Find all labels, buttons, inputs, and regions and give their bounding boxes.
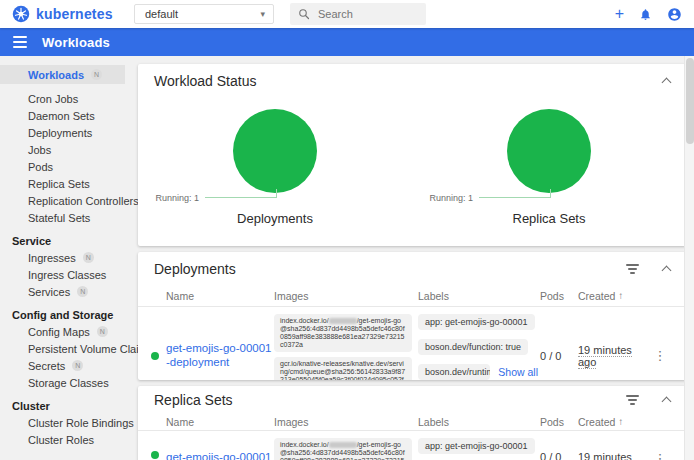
chart-caption: Deployments — [237, 211, 313, 226]
sidebar-item-workloads[interactable]: Workloads N — [0, 65, 125, 84]
column-header-label: Created — [578, 290, 615, 302]
namespaced-badge: N — [77, 286, 88, 297]
images-cell: index.docker.io//get-emojis-go@sha256:4d… — [274, 311, 416, 380]
sidebar-item-jobs[interactable]: Jobs — [0, 141, 125, 158]
replica-sets-table-header: Name Images Labels Pods Created ↑ — [138, 413, 686, 431]
sidebar-item-label: Cluster Role Bindings — [28, 417, 134, 429]
replica-set-name-link[interactable]: get-emojis-go-00001-deployment- — [166, 451, 272, 460]
status-running-icon — [151, 352, 159, 360]
content-area: Workloads N Cron Jobs Daemon Sets Deploy… — [0, 56, 694, 460]
sidebar-item-label: Replica Sets — [28, 178, 90, 190]
images-cell: index.docker.io//get-emojis-go@sha256:4d… — [274, 435, 416, 460]
sidebar-item-stateful-sets[interactable]: Stateful Sets — [0, 209, 125, 226]
sidebar-item-config-maps[interactable]: Config Maps N — [0, 323, 125, 340]
vertical-scrollbar[interactable] — [684, 56, 694, 460]
sidebar-item-cluster-roles[interactable]: Cluster Roles — [0, 431, 125, 448]
image-chip: index.docker.io//get-emojis-go@sha256:4d… — [274, 438, 412, 460]
sidebar-item-cron-jobs[interactable]: Cron Jobs — [0, 90, 125, 107]
deployment-name-link[interactable]: get-emojis-go-00001-deployment — [166, 342, 272, 370]
pie-running-slice — [507, 109, 591, 193]
table-row: get-emojis-go-00001-deployment index.doc… — [138, 307, 686, 380]
card-title: Replica Sets — [154, 392, 233, 408]
replica-sets-header: Replica Sets — [138, 386, 686, 413]
namespaced-badge: N — [72, 360, 83, 371]
pods-count: 0 / 0 — [540, 350, 576, 362]
deployments-pie-chart: Running: 1 Deployments — [138, 97, 412, 226]
sidebar-item-label: Daemon Sets — [28, 110, 95, 122]
column-header-created[interactable]: Created ↑ — [578, 416, 650, 428]
collapse-card-icon[interactable] — [662, 266, 672, 276]
label-chip: app: get-emojis-go-00001 — [418, 314, 535, 330]
pie-leader-line — [205, 189, 277, 198]
column-header-created[interactable]: Created ↑ — [578, 290, 650, 302]
sidebar-item-label: Stateful Sets — [28, 212, 90, 224]
redacted-text — [329, 442, 357, 448]
column-header-images[interactable]: Images — [274, 290, 416, 302]
image-chip: gcr.io/knative-releases/knative.dev/serv… — [274, 357, 412, 380]
column-header-name[interactable]: Name — [166, 290, 272, 302]
chart-caption: Replica Sets — [513, 211, 586, 226]
column-header-images[interactable]: Images — [274, 416, 416, 428]
scrollbar-thumb[interactable] — [686, 58, 694, 144]
sidebar-item-label: Config Maps — [28, 326, 90, 338]
deployments-header: Deployments — [138, 252, 686, 285]
notifications-bell-icon[interactable] — [639, 8, 652, 21]
workload-status-charts: Running: 1 Deployments Running: 1 Replic… — [138, 97, 686, 226]
column-header-name[interactable]: Name — [166, 416, 272, 428]
sidebar-item-ingress-classes[interactable]: Ingress Classes — [0, 266, 125, 283]
redacted-text — [329, 318, 357, 324]
column-header-labels[interactable]: Labels — [418, 290, 538, 302]
column-header-pods[interactable]: Pods — [540, 290, 576, 302]
filter-icon[interactable] — [626, 264, 639, 274]
sidebar-item-deployments[interactable]: Deployments — [0, 124, 125, 141]
namespace-selector[interactable]: default ▾ — [134, 4, 274, 24]
sidebar-item-label: Services — [28, 286, 70, 298]
workload-status-header: Workload Status — [138, 64, 686, 97]
filter-icon[interactable] — [626, 395, 639, 405]
page-title: Workloads — [42, 35, 110, 50]
replica-sets-card: Replica Sets Name Images Labels Pods Cre… — [138, 386, 686, 460]
created-time: 19 minutes ago — [578, 344, 650, 368]
sidebar-item-pods[interactable]: Pods — [0, 158, 125, 175]
pie-annotation: Running: 1 — [155, 193, 199, 203]
namespace-value: default — [145, 8, 178, 20]
sidebar-section-cluster: Cluster — [0, 397, 125, 414]
main-panel: Workload Status Running: 1 Deployments — [125, 56, 694, 460]
sidebar-item-label: Replication Controllers — [28, 195, 139, 207]
column-header-label: Created — [578, 416, 615, 428]
search-input[interactable] — [318, 8, 408, 20]
create-resource-button[interactable]: + — [615, 6, 624, 22]
sidebar-item-ingresses[interactable]: Ingresses N — [0, 249, 125, 266]
sidebar-item-label: Secrets — [28, 360, 65, 372]
card-title: Deployments — [154, 261, 236, 277]
logo-text: kubernetes — [36, 6, 113, 22]
sidebar-item-replication-controllers[interactable]: Replication Controllers — [0, 192, 125, 209]
sidebar-item-label: Ingress Classes — [28, 269, 106, 281]
label-chip: boson.dev/function: true — [418, 339, 528, 355]
row-menu-kebab-icon[interactable]: ⋮ — [654, 348, 667, 363]
sidebar-item-replica-sets[interactable]: Replica Sets — [0, 175, 125, 192]
show-all-link[interactable]: Show all — [498, 366, 538, 378]
search-bar[interactable] — [290, 3, 426, 25]
sidebar-item-label: Jobs — [28, 144, 51, 156]
sidebar-item-cluster-role-bindings[interactable]: Cluster Role Bindings — [0, 414, 125, 431]
sidebar-item-services[interactable]: Services N — [0, 283, 125, 300]
toolbar: Workloads — [0, 28, 694, 56]
sidebar-section-config-and-storage: Config and Storage — [0, 306, 125, 323]
collapse-card-icon[interactable] — [662, 397, 672, 407]
sort-ascending-icon: ↑ — [618, 416, 623, 427]
row-menu-kebab-icon[interactable]: ⋮ — [654, 451, 667, 460]
sidebar-item-persistent-volume-claims[interactable]: Persistent Volume Claims N — [0, 340, 125, 357]
kubernetes-logo-icon — [12, 5, 30, 23]
sidebar-item-daemon-sets[interactable]: Daemon Sets — [0, 107, 125, 124]
menu-hamburger-icon[interactable] — [13, 36, 27, 48]
column-header-labels[interactable]: Labels — [418, 416, 538, 428]
column-header-pods[interactable]: Pods — [540, 416, 576, 428]
sidebar-item-secrets[interactable]: Secrets N — [0, 357, 125, 374]
collapse-card-icon[interactable] — [662, 78, 672, 88]
user-account-icon[interactable] — [667, 7, 682, 22]
kubernetes-logo[interactable]: kubernetes — [12, 5, 124, 23]
sidebar-item-storage-classes[interactable]: Storage Classes — [0, 374, 125, 391]
sidebar-item-label: Cron Jobs — [28, 93, 78, 105]
search-icon — [298, 8, 310, 20]
